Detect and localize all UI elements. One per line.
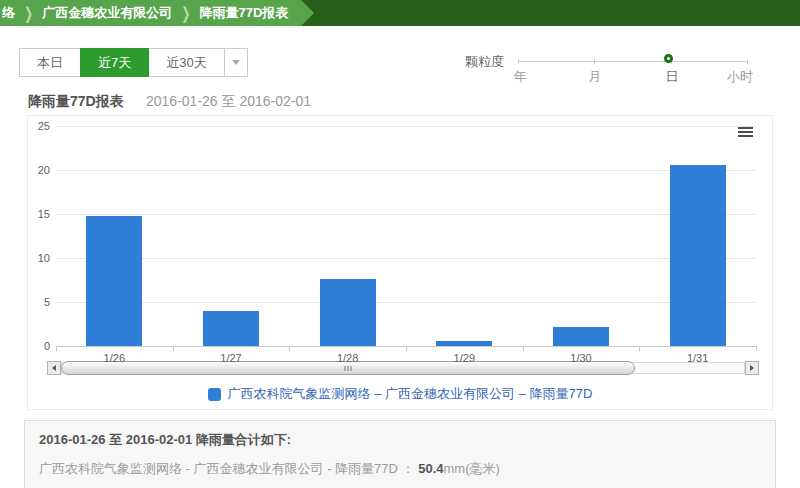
y-axis-tick-label: 15	[28, 208, 50, 220]
chart-legend-item[interactable]: 广西农科院气象监测网络 – 广西金穗农业有限公司 – 降雨量77D	[28, 385, 772, 403]
breadcrumb-separator-icon: ❯	[181, 3, 190, 23]
gridline	[56, 258, 756, 259]
y-axis-tick-label: 25	[28, 120, 50, 132]
breadcrumb: 络 ❯ 广西金穗农业有限公司 ❯ 降雨量77D报表	[0, 0, 314, 26]
gridline	[56, 214, 756, 215]
x-axis-tick-label: 1/28	[337, 352, 358, 364]
granularity-slider-handle[interactable]	[664, 54, 673, 63]
chart-scrollbar	[47, 361, 759, 375]
summary-heading: 2016-01-26 至 2016-02-01 降雨量合计如下:	[39, 431, 761, 449]
slider-tick-month	[594, 59, 595, 64]
x-axis-tick	[639, 346, 640, 351]
gridline	[56, 126, 756, 127]
chart-menu-icon[interactable]	[738, 127, 753, 139]
gridline	[56, 302, 756, 303]
chart-bar[interactable]	[320, 279, 376, 346]
arrow-left-icon	[52, 365, 56, 371]
x-axis-tick	[56, 346, 57, 351]
gridline	[56, 170, 756, 171]
x-axis-tick	[756, 346, 757, 351]
granularity-label: 颗粒度	[465, 53, 504, 71]
arrow-right-icon	[750, 365, 754, 371]
chart-bar[interactable]	[670, 165, 726, 346]
slider-tick-year	[518, 59, 519, 64]
legend-label: 广西农科院气象监测网络 – 广西金穗农业有限公司 – 降雨量77D	[228, 385, 593, 403]
legend-swatch	[208, 388, 221, 401]
y-axis-tick-label: 20	[28, 164, 50, 176]
y-axis-tick-label: 10	[28, 252, 50, 264]
x-axis-tick-label: 1/30	[570, 352, 591, 364]
report-page: 络 ❯ 广西金穗农业有限公司 ❯ 降雨量77D报表 本日 近7天 近30天 颗粒…	[0, 0, 800, 488]
summary-panel: 2016-01-26 至 2016-02-01 降雨量合计如下: 广西农科院气象…	[24, 420, 776, 488]
breadcrumb-item-report[interactable]: 降雨量77D报表	[199, 4, 288, 22]
caret-down-icon	[232, 60, 240, 65]
chart-bar[interactable]	[86, 216, 142, 346]
summary-total-value: 50.4	[418, 461, 443, 476]
rainfall-bar-chart: 广西农科院气象监测网络 – 广西金穗农业有限公司 – 降雨量77D 051015…	[27, 115, 773, 410]
chart-bar[interactable]	[436, 341, 492, 346]
breadcrumb-item-company[interactable]: 广西金穗农业有限公司	[42, 4, 172, 22]
report-date-range: 2016-01-26 至 2016-02-01	[146, 93, 311, 111]
breadcrumb-separator-icon: ❯	[24, 3, 33, 23]
y-axis-tick-label: 5	[28, 296, 50, 308]
scrollbar-left-arrow[interactable]	[47, 361, 61, 375]
granularity-option-year[interactable]: 年	[514, 68, 527, 86]
x-axis-tick	[173, 346, 174, 351]
x-axis-tick-label: 1/26	[104, 352, 125, 364]
granularity-option-month[interactable]: 月	[589, 68, 602, 86]
period-dropdown-button[interactable]	[224, 48, 248, 77]
summary-total-line: 广西农科院气象监测网络 - 广西金穗农业有限公司 - 降雨量77D ： 50.4…	[39, 460, 761, 478]
scrollbar-right-arrow[interactable]	[745, 361, 759, 375]
last-7-days-button[interactable]: 近7天	[80, 48, 149, 77]
x-axis-tick	[406, 346, 407, 351]
x-axis-tick-label: 1/31	[687, 352, 708, 364]
last-30-days-button[interactable]: 近30天	[148, 48, 224, 77]
granularity-option-hour[interactable]: 小时	[727, 68, 753, 86]
scrollbar-grip-icon	[345, 366, 352, 371]
x-axis-tick-label: 1/27	[220, 352, 241, 364]
x-axis-tick	[289, 346, 290, 351]
breadcrumb-bar: 络 ❯ 广西金穗农业有限公司 ❯ 降雨量77D报表	[0, 0, 800, 26]
page-title: 降雨量77D报表	[28, 93, 124, 111]
granularity-option-day[interactable]: 日	[666, 68, 679, 86]
x-axis-tick	[523, 346, 524, 351]
slider-tick-hour	[747, 59, 748, 64]
breadcrumb-item-network[interactable]: 络	[2, 4, 15, 22]
period-button-group: 本日 近7天 近30天	[20, 48, 248, 77]
y-axis-tick-label: 0	[28, 340, 50, 352]
today-button[interactable]: 本日	[19, 48, 81, 77]
x-axis-tick-label: 1/29	[454, 352, 475, 364]
chart-bar[interactable]	[203, 311, 259, 346]
chart-bar[interactable]	[553, 327, 609, 346]
granularity-slider[interactable]	[518, 61, 748, 62]
